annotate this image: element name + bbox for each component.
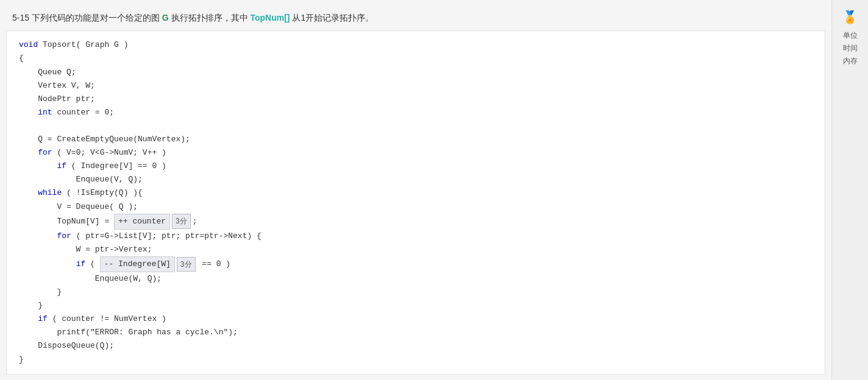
code-line-20: } bbox=[19, 299, 813, 312]
description-mid: 执行拓扑排序，其中 bbox=[171, 13, 248, 23]
code-line-8: Q = CreateEmptyQueue(NumVertex); bbox=[19, 133, 813, 146]
code-block: void Topsort( Graph G ) { Queue Q; Verte… bbox=[6, 30, 825, 374]
description-post: 从1开始记录拓扑序。 bbox=[292, 13, 374, 23]
code-line-2: { bbox=[19, 52, 813, 65]
code-line-24: } bbox=[19, 353, 813, 367]
code-line-7 bbox=[19, 119, 813, 133]
fill-box-2[interactable]: -- Indegree[W] bbox=[100, 256, 175, 272]
score-badge-1: 3分 bbox=[172, 214, 191, 228]
description-pre: 下列代码的功能是对一个给定的图 bbox=[32, 13, 160, 23]
code-line-17: if ( -- Indegree[W]3分 == 0 ) bbox=[19, 256, 813, 272]
question-header: 5-15 下列代码的功能是对一个给定的图 G 执行拓扑排序，其中 TopNum[… bbox=[0, 6, 831, 30]
code-line-13: V = Dequeue( Q ); bbox=[19, 200, 813, 214]
code-line-14: TopNum[V] = ++ counter3分; bbox=[19, 214, 813, 230]
code-line-15: for ( ptr=G->List[V]; ptr; ptr=ptr->Next… bbox=[19, 230, 813, 243]
topnum-highlight: TopNum[] bbox=[250, 13, 290, 23]
code-line-11: Enqueue(V, Q); bbox=[19, 173, 813, 186]
sidebar-label-memory: 内存 bbox=[843, 56, 858, 66]
code-line-9: for ( V=0; V<G->NumV; V++ ) bbox=[19, 146, 813, 160]
sidebar-medal-icon: 🏅 bbox=[839, 6, 861, 28]
sidebar-label-time: 时间 bbox=[843, 43, 858, 54]
g-highlight: G bbox=[162, 13, 169, 23]
code-line-6: int counter = 0; bbox=[19, 106, 813, 119]
code-line-3: Queue Q; bbox=[19, 66, 813, 79]
main-content: 5-15 下列代码的功能是对一个给定的图 G 执行拓扑排序，其中 TopNum[… bbox=[0, 0, 831, 380]
code-line-1: void Topsort( Graph G ) bbox=[19, 38, 813, 52]
question-number: 5-15 bbox=[12, 13, 29, 23]
kw-void: void bbox=[19, 40, 38, 49]
code-line-18: Enqueue(W, Q); bbox=[19, 272, 813, 286]
code-line-10: if ( Indegree[V] == 0 ) bbox=[19, 160, 813, 173]
code-line-16: W = ptr->Vertex; bbox=[19, 243, 813, 256]
code-line-12: while ( !IsEmpty(Q) ){ bbox=[19, 186, 813, 200]
code-line-22: printf("ERROR: Graph has a cycle.\n"); bbox=[19, 326, 813, 339]
fill-box-1[interactable]: ++ counter bbox=[114, 214, 170, 230]
score-badge-2: 3分 bbox=[177, 257, 196, 272]
code-line-23: DisposeQueue(Q); bbox=[19, 339, 813, 353]
code-line-19: } bbox=[19, 286, 813, 299]
code-line-5: NodePtr ptr; bbox=[19, 93, 813, 106]
code-line-21: if ( counter != NumVertex ) bbox=[19, 312, 813, 326]
sidebar-label-unit: 单位 bbox=[843, 30, 858, 41]
sidebar: 🏅 单位 时间 内存 bbox=[831, 0, 868, 380]
code-line-4: Vertex V, W; bbox=[19, 79, 813, 93]
